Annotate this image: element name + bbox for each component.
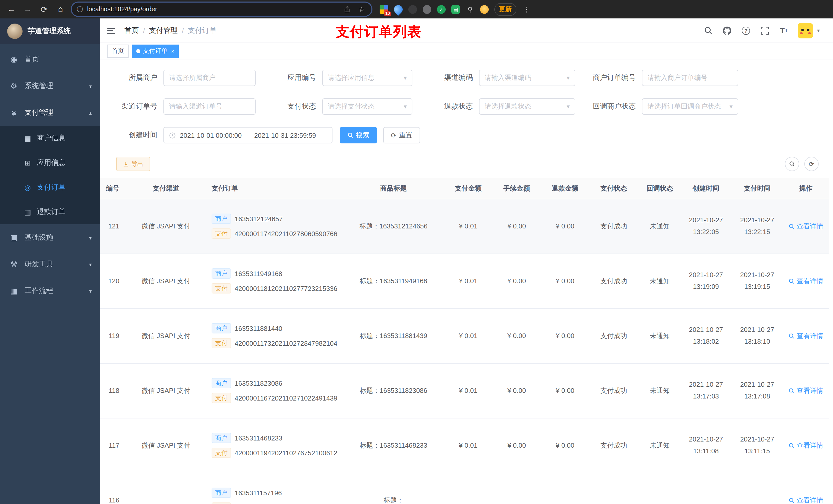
fullscreen-icon[interactable]	[760, 25, 770, 35]
pay-tag: 支付	[212, 502, 231, 504]
browser-update-button[interactable]: 更新	[494, 3, 516, 16]
cell-action: 查看详情	[783, 199, 829, 254]
github-icon[interactable]	[722, 25, 732, 35]
toggle-search-icon[interactable]	[785, 157, 799, 171]
cell-amount: ¥ 0.01	[445, 254, 491, 308]
paid-time: 13:22:15	[732, 226, 783, 237]
app-select[interactable]: 请选择应用信息 ▾	[322, 70, 412, 86]
sidebar-item-infra[interactable]: ▣ 基础设施 ▾	[0, 224, 100, 251]
url-text[interactable]: localhost:1024/pay/order	[87, 6, 340, 13]
cell-notify	[639, 473, 680, 504]
sidebar-item-home[interactable]: ◉ 首页	[0, 46, 100, 73]
filter-label: 渠道订单号	[110, 102, 163, 111]
pay-order-no: 4200001194202110276752100612	[235, 449, 337, 457]
table-row[interactable]: 118 微信 JSAPI 支付 商户 1635311823086 支付 4200…	[100, 363, 829, 418]
channel-code-select[interactable]: 请输入渠道编码 ▾	[479, 70, 575, 86]
browser-home-icon[interactable]: ⌂	[55, 5, 66, 14]
search-button[interactable]: 搜索	[340, 127, 377, 143]
cell-fee	[491, 473, 542, 504]
create-time-range-picker[interactable]: 2021-10-01 00:00:00 - 2021-10-31 23:59:5…	[163, 127, 332, 143]
site-info-icon[interactable]: ⓘ	[77, 5, 83, 14]
pay-status-select[interactable]: 请选择支付状态 ▾	[322, 98, 412, 115]
extension-gray-icon[interactable]	[423, 5, 431, 14]
address-bar[interactable]: ⓘ localhost:1024/pay/order ☆	[72, 3, 372, 16]
view-detail-label: 查看详情	[796, 221, 823, 231]
extension-chat-icon[interactable]: ▤	[451, 5, 460, 14]
col-created: 创建时间	[680, 178, 732, 199]
pay-tag: 支付	[212, 393, 231, 403]
table-row[interactable]: 116 商户 1635311157196 支付 标题：	[100, 473, 829, 504]
extension-check-icon[interactable]: ✓	[437, 5, 446, 14]
page-content: 所属商户 请选择所属商户 应用编号 请选择应用信息 ▾	[100, 59, 833, 504]
table-row[interactable]: 121 微信 JSAPI 支付 商户 1635312124657 支付 4200…	[100, 199, 829, 254]
bookmark-star-icon[interactable]: ☆	[357, 5, 366, 13]
extension-grid-icon[interactable]: 10	[380, 5, 388, 14]
yen-icon: ¥	[9, 108, 19, 117]
view-detail-link[interactable]: 查看详情	[788, 441, 823, 450]
pay-tag: 支付	[212, 448, 231, 458]
table-row[interactable]: 119 微信 JSAPI 支付 商户 1635311881440 支付 4200…	[100, 308, 829, 363]
hamburger-icon[interactable]	[107, 25, 117, 35]
view-detail-link[interactable]: 查看详情	[788, 331, 823, 340]
app-logo[interactable]: 芋道管理系统	[0, 19, 100, 44]
help-icon[interactable]: ?	[741, 25, 751, 35]
extensions-pin-icon[interactable]: ⚲	[466, 5, 474, 14]
extension-dark-icon[interactable]	[408, 5, 417, 14]
cell-created: 2021-10-27 13:11:08	[680, 418, 732, 473]
placeholder-text: 请选择应用信息	[328, 73, 401, 82]
col-order: 支付订单	[207, 178, 342, 199]
table-row[interactable]: 120 微信 JSAPI 支付 商户 1635311949168 支付 4200…	[100, 254, 829, 308]
breadcrumb-home[interactable]: 首页	[124, 26, 139, 35]
sidebar-item-app-info[interactable]: ⊞ 应用信息	[0, 150, 100, 175]
cell-amount: ¥ 0.01	[445, 418, 491, 473]
share-icon[interactable]	[344, 6, 353, 13]
tab-pay-order[interactable]: 支付订单 ×	[132, 44, 179, 57]
cell-paid: 2021-10-27 13:22:15	[732, 199, 783, 254]
cell-refund: ¥ 0.00	[542, 418, 588, 473]
browser-back-icon[interactable]: ←	[6, 5, 16, 14]
sidebar-item-pay-order[interactable]: ◎ 支付订单	[0, 175, 100, 200]
view-detail-link[interactable]: 查看详情	[788, 386, 823, 395]
merchant-order-no-input[interactable]: 请输入商户订单编号	[642, 70, 738, 86]
table-row[interactable]: 117 微信 JSAPI 支付 商户 1635311468233 支付 4200…	[100, 418, 829, 473]
col-status: 支付状态	[588, 178, 639, 199]
view-detail-link[interactable]: 查看详情	[788, 276, 823, 286]
search-icon[interactable]	[703, 25, 713, 35]
sidebar-item-payment[interactable]: ¥ 支付管理 ▴	[0, 99, 100, 126]
sidebar-item-devtools[interactable]: ⚒ 研发工具 ▾	[0, 251, 100, 278]
browser-profile-avatar[interactable]	[480, 5, 489, 14]
export-button[interactable]: 导出	[116, 157, 150, 171]
view-detail-link[interactable]: 查看详情	[788, 496, 823, 504]
cell-channel: 微信 JSAPI 支付	[125, 308, 207, 363]
sidebar-item-refund-order[interactable]: ▥ 退款订单	[0, 200, 100, 224]
browser-reload-icon[interactable]: ⟳	[39, 4, 49, 14]
cell-order: 商户 1635312124657 支付 42000011742021102780…	[207, 199, 342, 254]
browser-menu-icon[interactable]: ⋮	[522, 5, 531, 13]
channel-order-no-input[interactable]: 请输入渠道订单号	[163, 98, 256, 115]
tab-home[interactable]: 首页	[107, 44, 128, 57]
paid-date: 2021-10-27	[732, 434, 783, 446]
sidebar-item-merchant-info[interactable]: ▤ 商户信息	[0, 126, 100, 150]
merchant-input[interactable]: 请选择所属商户	[163, 70, 256, 86]
title-no: 1635311823086	[380, 386, 427, 394]
sidebar-item-workflow[interactable]: ▦ 工作流程 ▾	[0, 278, 100, 304]
reset-button[interactable]: ⟳ 重置	[383, 127, 420, 143]
view-detail-link[interactable]: 查看详情	[788, 221, 823, 231]
user-menu[interactable]: ▼	[798, 23, 821, 38]
font-size-icon[interactable]: TT	[779, 25, 789, 35]
refresh-table-icon[interactable]: ⟳	[804, 157, 819, 171]
merchant-order-no: 1635311949168	[235, 270, 282, 278]
extension-drop-icon[interactable]	[392, 3, 404, 15]
created-time: 13:22:05	[680, 226, 732, 237]
chevron-down-icon: ▾	[89, 235, 92, 240]
title-no: 1635311881439	[380, 332, 427, 339]
notify-status-select[interactable]: 请选择订单回调商户状态 ▾	[642, 98, 738, 115]
cell-refund: ¥ 0.00	[542, 199, 588, 254]
view-detail-label: 查看详情	[796, 496, 823, 504]
refund-status-select[interactable]: 请选择退款状态 ▾	[479, 98, 575, 115]
breadcrumb-payment[interactable]: 支付管理	[149, 26, 178, 35]
cell-action: 查看详情	[783, 254, 829, 308]
sidebar-item-system[interactable]: ⚙ 系统管理 ▾	[0, 73, 100, 99]
browser-forward-icon[interactable]: →	[23, 5, 33, 14]
close-icon[interactable]: ×	[171, 48, 174, 54]
